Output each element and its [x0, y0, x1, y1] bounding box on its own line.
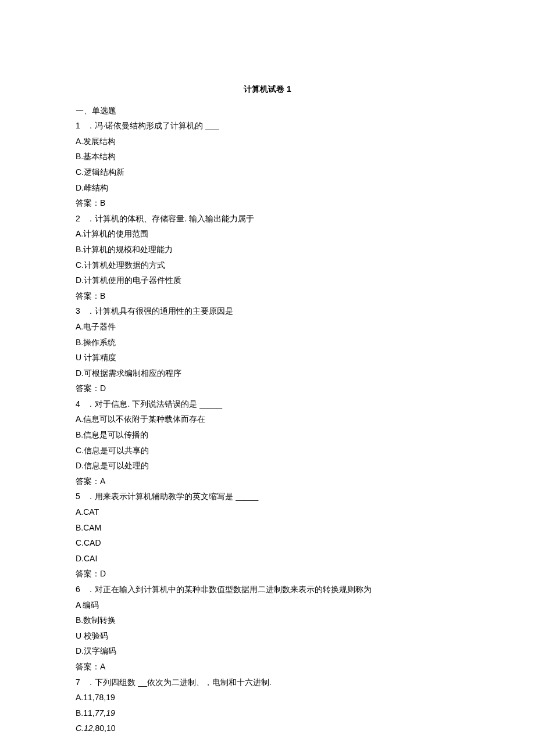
- option: A.11,78,19: [76, 690, 459, 705]
- question-number: 2: [76, 214, 80, 223]
- option: A.信息可以不依附于某种载体而存在: [76, 411, 459, 427]
- question-number: 3: [76, 306, 80, 316]
- option: B.信息是可以传播的: [76, 427, 459, 443]
- question-number: 7: [76, 678, 80, 687]
- option: U 校验码: [76, 628, 459, 644]
- question-stem: 1 ．冯·诺依曼结构形成了计算机的 ___: [76, 118, 459, 134]
- question-text: 计算机具有很强的通用性的主要原因是: [95, 306, 233, 316]
- option: D.雌结构: [76, 180, 459, 196]
- section-header: 一、单选题: [76, 103, 459, 119]
- question-number: 5: [76, 492, 80, 501]
- document-page: 计算机试卷 1 一、单选题 1 ．冯·诺依曼结构形成了计算机的 ___ A.发展…: [0, 0, 535, 756]
- answer: 答案：A: [76, 659, 459, 675]
- option: D.CAI: [76, 551, 459, 567]
- question-text: 下列四组数 __依次为二进制、，电制和十六进制.: [95, 678, 271, 687]
- question-sep: ．: [87, 399, 95, 409]
- option: A.电子器件: [76, 319, 459, 335]
- option: A.发展结构: [76, 134, 459, 149]
- question-text: 对正在输入到计算机中的某种非数值型数据用二进制数来表示的转换规则称为: [95, 585, 372, 594]
- question-sep: ．: [87, 585, 95, 594]
- option: C.计算机处理数据的方式: [76, 257, 459, 273]
- answer: 答案：B: [76, 195, 459, 211]
- answer: 答案：A: [76, 474, 459, 489]
- question-stem: 4 ．对于信息. 下列说法错误的是 _____: [76, 396, 459, 412]
- option-italic-prefix: C.12: [76, 723, 93, 733]
- question-sep: ．: [87, 121, 95, 130]
- question-sep: ．: [87, 306, 95, 316]
- answer: 答案：D: [76, 381, 459, 396]
- option: C.逻辑结构新: [76, 164, 459, 180]
- option: C.信息是可以共享的: [76, 443, 459, 458]
- question-sep: ．: [87, 678, 95, 687]
- answer: 答案：B: [76, 288, 459, 304]
- option: A.CAT: [76, 504, 459, 520]
- option: B.基本结构: [76, 149, 459, 164]
- question-text: 冯·诺依曼结构形成了计算机的 ___: [95, 121, 219, 130]
- question-text: 计算机的体积、存储容量. 输入输出能力属于: [95, 214, 254, 223]
- option-rest: ,80,10: [93, 723, 116, 733]
- question-text: 对于信息. 下列说法错误的是 _____: [95, 399, 222, 409]
- option-italic: 77,19: [95, 708, 115, 718]
- question-number: 1: [76, 121, 80, 130]
- option: C.CAD: [76, 535, 459, 551]
- question-text: 用来表示计算机辅助教学的英文缩写是 _____: [95, 492, 258, 501]
- option: B.计算机的规模和处理能力: [76, 242, 459, 257]
- option: D.汉字编码: [76, 643, 459, 659]
- option: C.12,80,10: [76, 721, 459, 736]
- option: D.信息是可以处理的: [76, 458, 459, 474]
- option: U 计算精度: [76, 350, 459, 366]
- option-prefix: B.11,: [76, 708, 95, 718]
- question-stem: 3 ．计算机具有很强的通用性的主要原因是: [76, 303, 459, 319]
- question-stem: 6 ．对正在输入到计算机中的某种非数值型数据用二进制数来表示的转换规则称为: [76, 582, 459, 597]
- option: D.计算机使用的电子器件性质: [76, 273, 459, 288]
- question-number: 4: [76, 399, 80, 409]
- question-sep: ．: [87, 492, 95, 501]
- option: A.计算机的使用范围: [76, 226, 459, 242]
- option: B.11,77,19: [76, 705, 459, 721]
- option: A 编码: [76, 597, 459, 613]
- option: B.CAM: [76, 520, 459, 536]
- question-number: 6: [76, 585, 80, 594]
- option: B.操作系统: [76, 335, 459, 350]
- question-stem: 2 ．计算机的体积、存储容量. 输入输出能力属于: [76, 211, 459, 227]
- document-title: 计算机试卷 1: [76, 81, 459, 97]
- question-stem: 7 ．下列四组数 __依次为二进制、，电制和十六进制.: [76, 675, 459, 690]
- question-sep: ．: [87, 214, 95, 223]
- question-stem: 5 ．用来表示计算机辅助教学的英文缩写是 _____: [76, 489, 459, 504]
- answer: 答案：D: [76, 566, 459, 582]
- option: D.可根据需求编制相应的程序: [76, 366, 459, 381]
- option: B.数制转换: [76, 612, 459, 628]
